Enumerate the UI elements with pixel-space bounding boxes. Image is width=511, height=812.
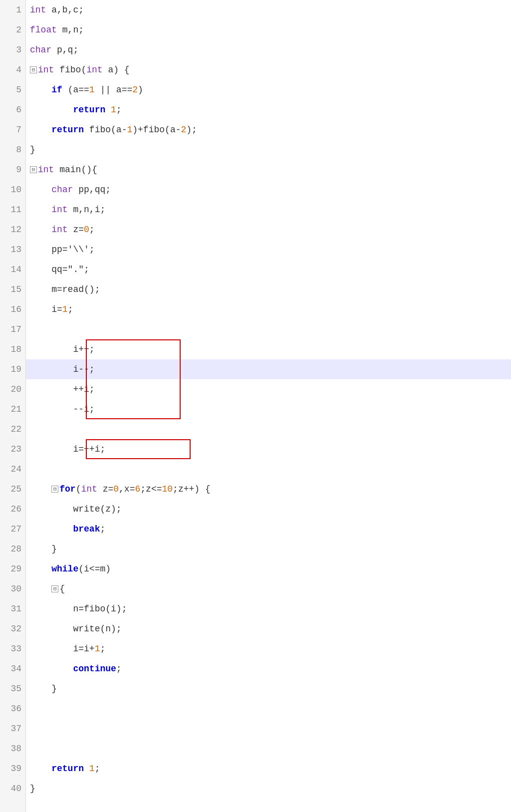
keyword-if-5: if xyxy=(51,80,62,100)
code-text-1: a,b,c; xyxy=(46,0,84,20)
code-text-23: i=++i; xyxy=(73,439,105,459)
code-indent-25 xyxy=(30,479,51,499)
code-text-9: main(){ xyxy=(54,160,97,180)
code-line-31: n=fibo(i); xyxy=(26,599,511,619)
code-indent-12 xyxy=(30,220,51,240)
code-area: int a,b,c; float m,n; char p,q; ⊟int fib… xyxy=(26,0,511,812)
keyword-char-3: char xyxy=(30,40,51,60)
code-line-25: ⊟for(int z=0,x=6;z<=10;z++) { xyxy=(26,479,511,499)
keyword-int-4: int xyxy=(38,60,54,80)
code-line-2: float m,n; xyxy=(26,20,511,40)
code-text-24 xyxy=(30,459,35,479)
code-line-29: while(i<=m) xyxy=(26,559,511,579)
code-text-29: (i<=m) xyxy=(78,559,111,579)
num-6-25: 6 xyxy=(135,479,140,499)
code-text-37 xyxy=(30,719,35,739)
code-line-10: char pp,qq; xyxy=(26,180,511,200)
num-1-16: 1 xyxy=(62,299,68,319)
code-text-28: } xyxy=(51,539,57,559)
code-text-6b: ; xyxy=(116,100,122,120)
collapse-marker-9[interactable]: ⊟ xyxy=(30,166,37,173)
code-line-32: write(n); xyxy=(26,619,511,639)
code-text-36 xyxy=(30,699,35,719)
keyword-int-9: int xyxy=(38,160,54,180)
code-editor: 1 2 3 4 5 6 7 8 9 10 11 12 13 14 15 16 1… xyxy=(0,0,511,812)
keyword-return-6: return xyxy=(73,100,105,120)
line-numbers: 1 2 3 4 5 6 7 8 9 10 11 12 13 14 15 16 1… xyxy=(0,0,26,812)
code-text-4b: a) { xyxy=(103,60,130,80)
code-indent-34 xyxy=(30,659,73,679)
code-line-27: break; xyxy=(26,519,511,539)
code-text-4a: fibo( xyxy=(54,60,86,80)
code-text-15: m=read(); xyxy=(51,279,100,299)
code-text-25b: z= xyxy=(97,479,113,499)
code-text-16a: i= xyxy=(51,299,62,319)
code-text-26: write(z); xyxy=(73,499,121,519)
code-line-28: } xyxy=(26,539,511,559)
code-line-26: write(z); xyxy=(26,499,511,519)
code-line-4: ⊟int fibo(int a) { xyxy=(26,60,511,80)
code-indent-20 xyxy=(30,379,73,399)
code-text-25e: ;z++) { xyxy=(173,479,211,499)
code-line-23: i=++i; xyxy=(26,439,511,459)
code-line-8: } xyxy=(26,140,511,160)
code-line-16: i=1; xyxy=(26,299,511,319)
code-line-11: int m,n,i; xyxy=(26,200,511,220)
code-indent-31 xyxy=(30,599,73,619)
code-line-22 xyxy=(26,419,511,439)
num-2-5: 2 xyxy=(132,80,138,100)
code-indent-16 xyxy=(30,299,51,319)
code-text-7b: )+fibo(a- xyxy=(132,120,181,140)
code-text-33a: i=i+ xyxy=(73,639,94,659)
code-indent-19 xyxy=(30,359,73,379)
code-text-5a: (a== xyxy=(62,80,89,100)
keyword-int-1: int xyxy=(30,0,46,20)
num-0-12: 0 xyxy=(84,220,89,240)
code-line-7: return fibo(a-1)+fibo(a-2); xyxy=(26,120,511,140)
code-line-21: --i; xyxy=(26,399,511,419)
code-line-24 xyxy=(26,459,511,479)
code-text-38 xyxy=(30,739,35,759)
code-text-25a: ( xyxy=(76,479,81,499)
code-text-31: n=fibo(i); xyxy=(73,599,127,619)
code-indent-13 xyxy=(30,240,51,260)
code-line-18: i++; xyxy=(26,339,511,359)
code-text-25c: ,x= xyxy=(119,479,135,499)
keyword-break-27: break xyxy=(73,519,100,539)
code-text-27: ; xyxy=(100,519,105,539)
num-2-7: 2 xyxy=(181,120,186,140)
code-text-30: { xyxy=(59,579,65,599)
code-text-11: m,n,i; xyxy=(68,200,106,220)
code-text-14: qq="."; xyxy=(51,260,89,279)
code-indent-28 xyxy=(30,539,51,559)
num-1-7: 1 xyxy=(127,120,132,140)
collapse-marker-25[interactable]: ⊟ xyxy=(51,486,58,493)
code-text-8: } xyxy=(30,140,35,160)
code-text-33b: ; xyxy=(100,639,105,659)
code-line-17 xyxy=(26,319,511,339)
collapse-marker-4[interactable]: ⊟ xyxy=(30,66,37,73)
code-text-35: } xyxy=(51,679,57,699)
code-text-17 xyxy=(30,319,35,339)
code-line-13: pp='\\'; xyxy=(26,240,511,260)
code-indent-7 xyxy=(30,120,51,140)
code-line-20: ++i; xyxy=(26,379,511,399)
code-indent-29 xyxy=(30,559,51,579)
code-text-3: p,q; xyxy=(51,40,78,60)
code-text-12a: z= xyxy=(68,220,84,240)
code-line-5: if (a==1 || a==2) xyxy=(26,80,511,100)
code-text-13: pp='\\'; xyxy=(51,240,94,260)
code-text-39b: ; xyxy=(95,759,100,779)
num-1-33: 1 xyxy=(95,639,100,659)
code-indent-6 xyxy=(30,100,73,120)
code-indent-11 xyxy=(30,200,51,220)
code-line-37 xyxy=(26,719,511,739)
code-line-36 xyxy=(26,699,511,719)
code-indent-35 xyxy=(30,679,51,699)
num-1-39: 1 xyxy=(89,759,95,779)
code-text-20: ++i; xyxy=(73,379,94,399)
code-text-10: pp,qq; xyxy=(73,180,111,200)
code-line-9: ⊟int main(){ xyxy=(26,160,511,180)
code-line-30: ⊟{ xyxy=(26,579,511,599)
collapse-marker-30[interactable]: ⊟ xyxy=(51,585,58,592)
